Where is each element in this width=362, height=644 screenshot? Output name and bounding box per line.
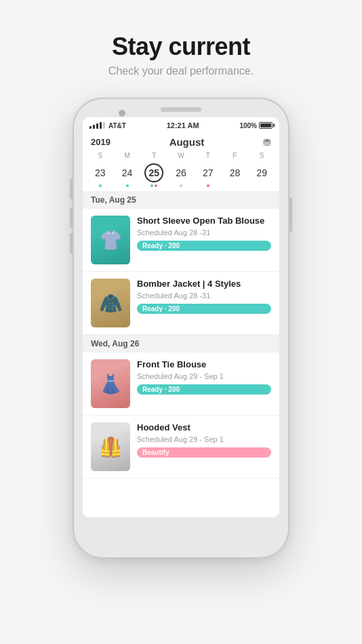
deal-badge-tie-blouse: Ready · 200 [137, 384, 271, 395]
deal-schedule-jacket: Scheduled Aug 28 -31 [137, 291, 271, 300]
deal-schedule-vest: Scheduled Aug 29 - Sep 1 [137, 435, 271, 443]
page-title: Stay current [108, 33, 254, 61]
phone-camera [119, 110, 125, 117]
status-carrier: AT&T [89, 122, 126, 129]
day-header-t2: T [195, 150, 222, 161]
deal-image-blouse: 👚 [91, 216, 130, 264]
section-header-tue: Tue, Aug 25 [83, 191, 279, 209]
cal-day-25[interactable]: 25 [140, 163, 167, 187]
deal-badge-vest: Beautify [137, 447, 271, 458]
filter-icon[interactable]: ⛃ [263, 137, 271, 148]
calendar-row: 23 24 25 26 27 28 [83, 161, 279, 191]
cal-day-24[interactable]: 24 [114, 163, 141, 187]
cal-day-28[interactable]: 28 [222, 163, 249, 187]
deal-info-tie-blouse: Front Tie Blouse Scheduled Aug 29 - Sep … [137, 359, 271, 395]
status-battery: 100% [239, 122, 273, 129]
phone-shell: AT&T 12:21 AM 100% 2019 August ⛃ S M T W… [73, 98, 289, 559]
day-header-s1: S [87, 150, 114, 161]
deal-image-jacket: 🧥 [91, 279, 130, 327]
day-header-w: W [167, 150, 195, 161]
tie-blouse-figure-icon: 👗 [99, 373, 123, 395]
calendar-year: 2019 [91, 137, 110, 147]
cal-day-26[interactable]: 26 [167, 163, 195, 187]
deal-image-vest: 🦺 [91, 422, 130, 471]
deal-badge-blouse: Ready · 200 [137, 241, 271, 251]
section-header-wed: Wed, Aug 26 [83, 335, 279, 353]
day-header-f: F [222, 150, 249, 161]
cal-day-29[interactable]: 29 [248, 163, 275, 187]
cal-day-23[interactable]: 23 [87, 163, 114, 187]
deal-item-vest[interactable]: 🦺 Hooded Vest Scheduled Aug 29 - Sep 1 B… [83, 416, 279, 479]
deal-schedule-tie-blouse: Scheduled Aug 29 - Sep 1 [137, 372, 271, 380]
deal-image-tie-blouse: 👗 [91, 359, 130, 408]
page-header: Stay current Check your deal performance… [108, 0, 254, 84]
deal-title-vest: Hooded Vest [137, 422, 271, 434]
calendar-header: 2019 August ⛃ [83, 132, 279, 150]
deal-schedule-blouse: Scheduled Aug 28 -31 [137, 228, 271, 237]
deal-title-blouse: Short Sleeve Open Tab Blouse [137, 216, 271, 227]
deal-info-blouse: Short Sleeve Open Tab Blouse Scheduled A… [137, 216, 271, 251]
status-time: 12:21 AM [167, 121, 199, 129]
scroll-content[interactable]: Tue, Aug 25 👚 Short Sleeve Open Tab Blou… [83, 191, 279, 517]
deal-title-jacket: Bomber Jacket | 4 Styles [137, 279, 271, 290]
vest-figure-icon: 🦺 [99, 436, 123, 458]
day-header-m: M [114, 150, 141, 161]
calendar-month: August [169, 136, 205, 148]
deal-item-tie-blouse[interactable]: 👗 Front Tie Blouse Scheduled Aug 29 - Se… [83, 353, 279, 416]
page-subtitle: Check your deal performance. [108, 65, 254, 77]
deal-info-vest: Hooded Vest Scheduled Aug 29 - Sep 1 Bea… [137, 422, 271, 458]
deal-item-jacket[interactable]: 🧥 Bomber Jacket | 4 Styles Scheduled Aug… [83, 272, 279, 335]
jacket-figure-icon: 🧥 [99, 292, 123, 315]
blouse-figure-icon: 👚 [99, 229, 123, 251]
deal-item-blouse[interactable]: 👚 Short Sleeve Open Tab Blouse Scheduled… [83, 209, 279, 272]
phone-screen: AT&T 12:21 AM 100% 2019 August ⛃ S M T W… [83, 117, 279, 517]
deal-info-jacket: Bomber Jacket | 4 Styles Scheduled Aug 2… [137, 279, 271, 314]
day-header-s2: S [248, 150, 275, 161]
phone-speaker [161, 107, 201, 112]
deal-title-tie-blouse: Front Tie Blouse [137, 359, 271, 371]
deal-badge-jacket: Ready · 200 [137, 304, 271, 314]
cal-day-27[interactable]: 27 [195, 163, 222, 187]
calendar-day-headers: S M T W T F S [83, 150, 279, 161]
day-header-t1: T [140, 150, 167, 161]
status-bar: AT&T 12:21 AM 100% [83, 117, 279, 132]
